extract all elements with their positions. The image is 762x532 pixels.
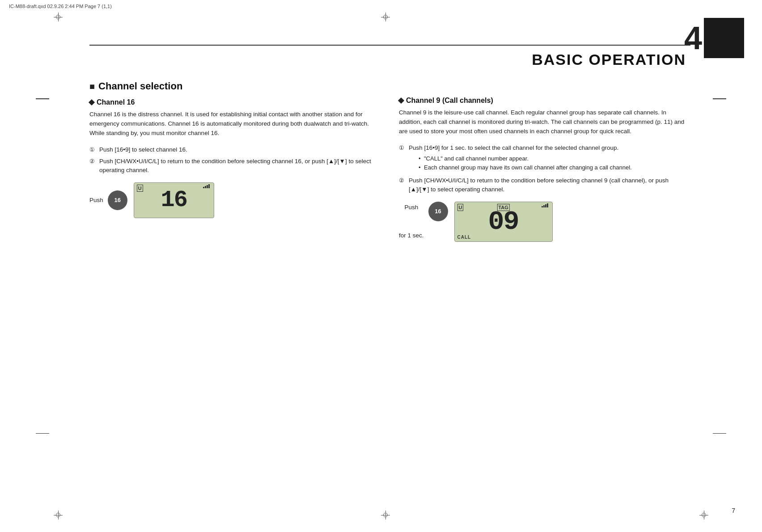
channel16-steps: ① Push [16•9] to select channel 16. ② Pu… xyxy=(89,145,381,175)
step-text-2: Push [CH/WX•U/I/C/L] to return to the co… xyxy=(99,157,381,175)
bar3 xyxy=(545,204,546,207)
btn-16-right-label: 16 xyxy=(435,208,441,215)
bar2 xyxy=(205,186,206,188)
step-num-r1: ① xyxy=(399,144,409,173)
main-heading-icon: ■ xyxy=(89,81,95,92)
main-heading-text: Channel selection xyxy=(98,80,182,92)
header-bar: IC-M88-draft.qxd 02.9.26 2:44 PM Page 7 … xyxy=(9,4,753,9)
step-item-r2: ② Push [CH/WX•U/I/C/L] to return to the … xyxy=(399,176,690,194)
btn-16-label: 16 xyxy=(114,197,121,203)
channel9-steps: ① Push [16•9] for 1 sec. to select the c… xyxy=(399,144,690,194)
btn-16-right[interactable]: 16 xyxy=(428,202,448,221)
channel9-heading: Channel 9 (Call channels) xyxy=(399,97,690,105)
step-text-r1: Push [16•9] for 1 sec. to select the cal… xyxy=(409,144,618,151)
step-item: ① Push [16•9] to select channel 16. xyxy=(89,145,381,154)
diamond-icon-2 xyxy=(398,97,404,104)
page-title: BASIC OPERATION xyxy=(532,51,690,68)
bar3 xyxy=(207,185,208,188)
right-column: Channel 9 (Call channels) Channel 9 is t… xyxy=(399,80,690,496)
sub-bullet-text-1: "CALL" and call channel number appear. xyxy=(424,155,529,162)
chapter-block: 4 xyxy=(684,18,744,58)
crop-mark-tc xyxy=(381,13,390,21)
channel16-heading: Channel 16 xyxy=(89,98,381,106)
bar4 xyxy=(547,203,548,207)
step-num-1: ① xyxy=(89,145,99,154)
crop-line-tr xyxy=(713,98,726,99)
crop-mark-tl xyxy=(54,13,63,21)
crop-mark-bc xyxy=(381,511,390,519)
channel9-body: Channel 9 is the leisure-use call channe… xyxy=(399,108,690,136)
left-column: ■ Channel selection Channel 16 Channel 1… xyxy=(89,80,381,496)
header-text: IC-M88-draft.qxd 02.9.26 2:44 PM Page 7 … xyxy=(9,4,112,9)
bar1 xyxy=(203,187,204,188)
lcd-u-indicator-9: U xyxy=(457,204,464,211)
chapter-black-box xyxy=(704,18,744,58)
sub-bullet-text-2: Each channel group may have its own call… xyxy=(424,164,632,171)
page-number: 7 xyxy=(732,507,735,514)
bar4 xyxy=(208,184,210,188)
step-item-r1: ① Push [16•9] for 1 sec. to select the c… xyxy=(399,144,690,173)
bar1 xyxy=(542,206,543,207)
channel16-title: Channel 16 xyxy=(97,98,135,106)
crop-circle xyxy=(383,15,388,19)
channel16-body: Channel 16 is the distress channel. It i… xyxy=(89,110,381,138)
content-area: ■ Channel selection Channel 16 Channel 1… xyxy=(89,80,690,496)
title-section: BASIC OPERATION xyxy=(89,45,690,68)
step-text-1: Push [16•9] to select channel 16. xyxy=(99,145,381,154)
step-text-r2: Push [CH/WX•U/I/C/L] to return to the co… xyxy=(409,176,690,194)
sub-bullet-2: Each channel group may have its own call… xyxy=(419,163,690,172)
lcd-display-16: U 16 xyxy=(134,182,214,218)
crop-line-br xyxy=(713,433,726,434)
lcd-tag-indicator: TAG xyxy=(497,204,509,211)
step-num-2: ② xyxy=(89,157,99,175)
crop-circle xyxy=(383,513,388,517)
bar2 xyxy=(543,205,545,207)
step-num-r2: ② xyxy=(399,176,409,194)
crop-line-bl xyxy=(36,433,49,434)
channel9-display-row: Push for 1 sec. 16 U xyxy=(399,202,690,242)
crop-mark-br xyxy=(699,511,708,519)
crop-line-tl xyxy=(36,98,49,99)
crop-mark-bl xyxy=(54,511,63,519)
sub-bullet-1: "CALL" and call channel number appear. xyxy=(419,154,690,163)
main-heading: ■ Channel selection xyxy=(89,80,381,92)
channel9-title: Channel 9 (Call channels) xyxy=(406,97,493,105)
channel16-display-row: Push 16 U 16 xyxy=(89,182,381,218)
lcd-display-9: U TAG CALL 09 xyxy=(454,202,553,242)
push-label-16: Push xyxy=(89,197,103,203)
crop-circle xyxy=(702,513,706,517)
signal-bars-9 xyxy=(542,204,550,207)
diamond-icon xyxy=(89,99,95,106)
push-label-stacked: Push for 1 sec. xyxy=(399,203,424,240)
step-item: ② Push [CH/WX•U/I/C/L] to return to the … xyxy=(89,157,381,175)
lcd-indicators-9 xyxy=(542,204,550,207)
crop-circle xyxy=(56,15,60,19)
btn-16[interactable]: 16 xyxy=(108,190,127,210)
push-label-9: Push xyxy=(399,203,424,212)
push-label-for1sec: for 1 sec. xyxy=(399,232,424,240)
lcd-indicators xyxy=(203,185,211,188)
lcd-digits-16: 16 xyxy=(161,189,187,212)
signal-bars xyxy=(203,185,211,188)
crop-circle xyxy=(56,513,60,517)
sub-bullets: "CALL" and call channel number appear. E… xyxy=(419,154,690,172)
lcd-u-indicator: U xyxy=(137,185,143,192)
lcd-digits-9: 09 xyxy=(488,208,519,235)
lcd-call-indicator: CALL xyxy=(457,235,471,240)
